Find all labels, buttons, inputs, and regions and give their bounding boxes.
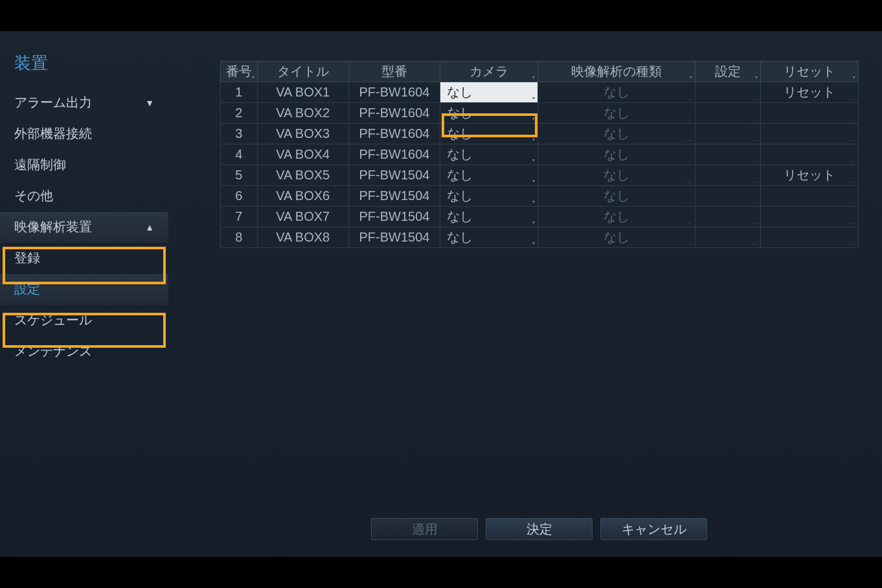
cell-model: PF-BW1604	[348, 103, 440, 124]
camera-dropdown[interactable]: なし▾	[440, 82, 538, 103]
sidebar-item-label: メンテナンス	[14, 343, 92, 360]
sidebar-item-remote-control[interactable]: 遠隔制御	[0, 150, 168, 181]
table-row: 5VA BOX5PF-BW1504なし▾なし……リセット…	[221, 165, 859, 186]
cell-settings[interactable]: …	[695, 207, 760, 227]
camera-dropdown[interactable]: なし▾	[440, 165, 538, 186]
table-row: 4VA BOX4PF-BW1604なし▾なし………	[221, 144, 859, 165]
cell-type: なし…	[538, 82, 695, 103]
more-mark-icon: …	[687, 157, 692, 163]
more-mark-icon: …	[687, 178, 692, 184]
camera-dropdown[interactable]: なし▾	[440, 103, 538, 124]
th-num[interactable]: 番号▾	[221, 62, 258, 82]
camera-dropdown[interactable]: なし▾	[440, 207, 538, 227]
reset-button: …	[760, 186, 858, 207]
camera-dropdown[interactable]: なし▾	[440, 144, 538, 165]
cell-model: PF-BW1504	[348, 165, 440, 186]
content-area: 番号▾ タイトル 型番 カメラ▾ 映像解析の種類▾ 設定▾ リセット▾ 1VA …	[220, 61, 859, 248]
cell-model: PF-BW1604	[348, 82, 440, 103]
device-table: 番号▾ タイトル 型番 カメラ▾ 映像解析の種類▾ 設定▾ リセット▾ 1VA …	[220, 61, 859, 248]
chevron-down-icon: ▾	[532, 199, 535, 205]
reset-button: …	[760, 144, 858, 165]
more-mark-icon: …	[850, 116, 855, 122]
sidebar-item-settings[interactable]: 設定	[0, 274, 168, 305]
th-model[interactable]: 型番	[348, 62, 440, 82]
chevron-down-icon: ▾	[532, 178, 535, 184]
th-reset[interactable]: リセット▾	[760, 62, 858, 82]
ok-button[interactable]: 決定	[486, 518, 593, 540]
cell-num: 1	[221, 82, 258, 103]
cell-settings[interactable]: …	[695, 82, 760, 103]
cell-settings[interactable]: …	[695, 144, 760, 165]
more-mark-icon: …	[850, 157, 855, 163]
camera-dropdown[interactable]: なし▾	[440, 227, 538, 248]
cell-num: 3	[221, 124, 258, 144]
camera-dropdown[interactable]: なし▾	[440, 186, 538, 207]
sidebar-title: 装置	[0, 31, 168, 87]
more-mark-icon: …	[850, 199, 855, 205]
table-row: 2VA BOX2PF-BW1604なし▾なし………	[221, 103, 859, 124]
cell-settings[interactable]: …	[695, 186, 760, 207]
sidebar-item-label: アラーム出力	[14, 94, 92, 111]
table-row: 6VA BOX6PF-BW1504なし▾なし………	[221, 186, 859, 207]
sidebar-item-alarm-output[interactable]: アラーム出力 ▼	[0, 87, 168, 119]
more-mark-icon: …	[752, 220, 758, 225]
cell-title: VA BOX6	[257, 186, 348, 207]
th-title[interactable]: タイトル	[257, 62, 348, 82]
sidebar-item-video-analytics-device[interactable]: 映像解析装置 ▲	[0, 212, 168, 243]
sort-mark-icon: ▾	[755, 74, 758, 80]
more-mark-icon: …	[850, 95, 855, 101]
cell-num: 2	[221, 103, 258, 124]
chevron-down-icon: ▾	[532, 116, 535, 122]
cell-type: なし…	[538, 227, 695, 248]
reset-button[interactable]: リセット…	[760, 82, 858, 103]
more-mark-icon: …	[752, 240, 758, 246]
cell-type: なし…	[538, 124, 695, 144]
more-mark-icon: …	[687, 137, 692, 142]
sidebar-item-schedule[interactable]: スケジュール	[0, 305, 168, 336]
sidebar: 装置 アラーム出力 ▼ 外部機器接続 遠隔制御 その他 映像解析装置 ▲ 登録 …	[0, 31, 168, 557]
sort-mark-icon: ▾	[532, 74, 535, 80]
sidebar-item-register[interactable]: 登録	[0, 243, 168, 274]
cell-num: 7	[221, 207, 258, 227]
cell-settings[interactable]: …	[695, 103, 760, 124]
cell-title: VA BOX4	[257, 144, 348, 165]
table-row: 8VA BOX8PF-BW1504なし▾なし………	[221, 227, 859, 248]
footer-buttons: 適用 決定 キャンセル	[371, 518, 707, 540]
cell-title: VA BOX5	[257, 165, 348, 186]
more-mark-icon: …	[850, 137, 855, 142]
cell-title: VA BOX8	[257, 227, 348, 248]
sidebar-item-label: 遠隔制御	[14, 156, 66, 174]
sidebar-item-label: 映像解析装置	[14, 218, 92, 236]
cell-settings[interactable]: …	[695, 227, 760, 248]
sort-mark-icon: ▾	[690, 74, 692, 80]
cell-title: VA BOX3	[257, 124, 348, 144]
more-mark-icon: …	[752, 178, 758, 184]
chevron-down-icon: ▾	[532, 95, 535, 101]
sidebar-item-external-device[interactable]: 外部機器接続	[0, 119, 168, 150]
sidebar-item-label: 登録	[14, 249, 40, 267]
cell-settings[interactable]: …	[695, 165, 760, 186]
cancel-button[interactable]: キャンセル	[600, 518, 707, 540]
th-camera[interactable]: カメラ▾	[440, 62, 538, 82]
reset-button[interactable]: リセット…	[760, 165, 858, 186]
camera-dropdown[interactable]: なし▾	[440, 124, 538, 144]
more-mark-icon: …	[687, 199, 692, 205]
chevron-down-icon: ▾	[532, 157, 535, 163]
sort-mark-icon: ▾	[853, 74, 855, 80]
cell-model: PF-BW1604	[348, 124, 440, 144]
more-mark-icon: …	[687, 95, 692, 101]
th-settings[interactable]: 設定▾	[695, 62, 760, 82]
more-mark-icon: …	[752, 95, 758, 101]
sidebar-item-other[interactable]: その他	[0, 181, 168, 212]
cell-settings[interactable]: …	[695, 124, 760, 144]
cell-model: PF-BW1604	[348, 144, 440, 165]
cell-title: VA BOX2	[257, 103, 348, 124]
sidebar-item-maintenance[interactable]: メンテナンス	[0, 336, 168, 367]
cell-model: PF-BW1504	[348, 186, 440, 207]
sidebar-item-label: その他	[14, 187, 53, 205]
th-type[interactable]: 映像解析の種類▾	[538, 62, 695, 82]
more-mark-icon: …	[687, 220, 692, 225]
reset-button: …	[760, 103, 858, 124]
cell-model: PF-BW1504	[348, 207, 440, 227]
settings-window: 装置 アラーム出力 ▼ 外部機器接続 遠隔制御 その他 映像解析装置 ▲ 登録 …	[0, 31, 882, 557]
